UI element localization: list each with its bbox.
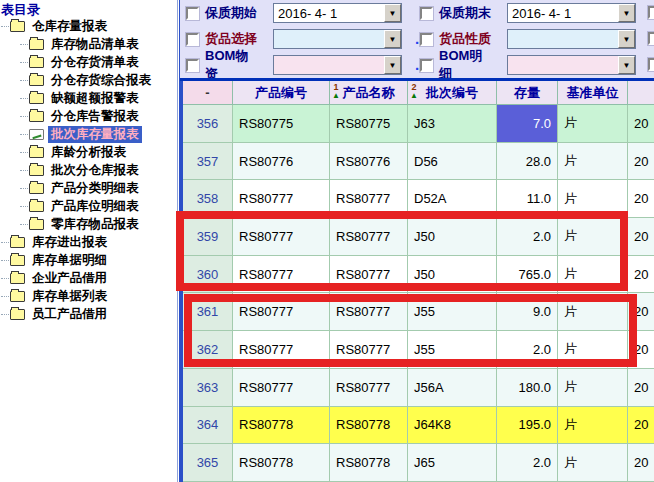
- column-header[interactable]: 2▲ 批次编号: [408, 81, 497, 105]
- prod-date-cell[interactable]: 20: [628, 105, 654, 143]
- app-window: 表目录 仓库存量报表 库存物品清单表 分仓存货清单表: [0, 0, 654, 482]
- column-header[interactable]: ▲ 产品编号: [233, 81, 330, 105]
- product-name-cell[interactable]: RS80775: [330, 105, 408, 143]
- product-name-cell[interactable]: RS80778: [330, 407, 408, 445]
- base-unit-cell[interactable]: 片: [558, 105, 628, 143]
- checkbox[interactable]: [648, 32, 654, 45]
- batch-code-cell[interactable]: J56A: [408, 369, 497, 407]
- prod-date-cell[interactable]: 20: [628, 256, 654, 294]
- dropdown-arrow-icon[interactable]: ▼: [384, 4, 401, 22]
- table-row[interactable]: 356 RS80775 RS80775 J63 7.0 片 20: [183, 105, 654, 143]
- dropdown-arrow-icon[interactable]: ▼: [618, 4, 635, 22]
- batch-code-cell[interactable]: J65: [408, 444, 497, 482]
- table-row[interactable]: 363 RS80777 RS80777 J56A 180.0 片 20: [183, 369, 654, 407]
- tree-connector: [20, 116, 28, 117]
- row-number-cell[interactable]: 356: [183, 105, 233, 143]
- bom-detail-combobox[interactable]: ▼: [507, 55, 636, 75]
- expiry-end-combobox[interactable]: 2016- 4- 1 ▼: [507, 3, 636, 23]
- checkbox[interactable]: [648, 6, 654, 19]
- base-unit-cell[interactable]: 片: [558, 407, 628, 445]
- stock-qty-cell[interactable]: 2.0: [497, 444, 558, 482]
- tree-item[interactable]: 库存单据明细: [0, 251, 177, 269]
- base-unit-cell[interactable]: 片: [558, 143, 628, 181]
- dropdown-arrow-icon[interactable]: ▼: [384, 56, 401, 74]
- table-row[interactable]: 364 RS80778 RS80778 J64K8 195.0 片 20: [183, 407, 654, 445]
- row-number-cell[interactable]: 357: [183, 143, 233, 181]
- prod-date-cell[interactable]: 20: [628, 369, 654, 407]
- tree-item[interactable]: 产品分类明细表: [0, 179, 177, 197]
- filter-label: 货品选择: [205, 30, 258, 48]
- prod-date-cell[interactable]: 20: [628, 143, 654, 181]
- base-unit-cell[interactable]: 片: [558, 444, 628, 482]
- checkbox[interactable]: [186, 59, 199, 72]
- combobox-value: [274, 30, 384, 48]
- checkbox[interactable]: [186, 33, 199, 46]
- prod-date-cell[interactable]: 20: [628, 407, 654, 445]
- tree-item[interactable]: 分仓存货综合报表: [0, 71, 177, 89]
- product-code-cell[interactable]: RS80775: [233, 105, 330, 143]
- tree-item[interactable]: 批次分仓库报表: [0, 161, 177, 179]
- column-header[interactable]: ▲ 生: [628, 81, 654, 105]
- tree-item[interactable]: 库存单据列表: [0, 287, 177, 305]
- tree-item[interactable]: 零库存物品报表: [0, 215, 177, 233]
- goods-select-combobox[interactable]: ▼: [273, 29, 402, 49]
- prod-date-cell[interactable]: 20: [628, 218, 654, 256]
- row-number-cell[interactable]: 363: [183, 369, 233, 407]
- highlight-box-1: [176, 211, 628, 291]
- tree-item[interactable]: 企业产品借用: [0, 269, 177, 287]
- dropdown-arrow-icon[interactable]: ▼: [618, 56, 635, 74]
- checkbox[interactable]: [420, 59, 433, 72]
- tree-item[interactable]: 分仓存货清单表: [0, 53, 177, 71]
- product-code-cell[interactable]: RS80778: [233, 407, 330, 445]
- dropdown-arrow-icon[interactable]: ▼: [618, 30, 635, 48]
- stock-qty-cell[interactable]: 28.0: [497, 143, 558, 181]
- stock-qty-cell[interactable]: 180.0: [497, 369, 558, 407]
- tree-item[interactable]: 批次库存量报表: [0, 125, 177, 143]
- base-unit-cell[interactable]: 片: [558, 369, 628, 407]
- goods-nature-combobox[interactable]: ▼: [507, 29, 636, 49]
- tree-item[interactable]: 仓库存量报表: [0, 17, 177, 35]
- checkbox[interactable]: [648, 58, 654, 71]
- product-name-cell[interactable]: RS80777: [330, 369, 408, 407]
- bom-material-combobox[interactable]: ▼: [273, 55, 402, 75]
- tree-item-label: 库存物品清单表: [48, 36, 142, 53]
- product-name-cell[interactable]: RS80778: [330, 444, 408, 482]
- tree-item[interactable]: 库存进出报表: [0, 233, 177, 251]
- product-code-cell[interactable]: RS80778: [233, 444, 330, 482]
- tree-item-label: 产品库位明细表: [48, 198, 142, 215]
- checkbox[interactable]: [420, 33, 433, 46]
- stock-qty-cell[interactable]: 7.0: [497, 105, 558, 143]
- stock-qty-cell[interactable]: 195.0: [497, 407, 558, 445]
- row-number-cell[interactable]: 365: [183, 444, 233, 482]
- batch-code-cell[interactable]: J64K8: [408, 407, 497, 445]
- column-header[interactable]: 1▲ 产品名称: [330, 81, 408, 105]
- expiry-start-combobox[interactable]: 2016- 4- 1 ▼: [273, 3, 402, 23]
- checkbox[interactable]: [186, 7, 199, 20]
- sort-asc-icon: ▲: [410, 92, 418, 100]
- dropdown-arrow-icon[interactable]: ▼: [384, 30, 401, 48]
- column-header[interactable]: ▲ -: [183, 81, 233, 105]
- checkbox[interactable]: [420, 7, 433, 20]
- column-header[interactable]: ▲ 存量: [497, 81, 558, 105]
- folder-icon: [29, 39, 44, 50]
- tree-item[interactable]: 员工产品借用: [0, 305, 177, 323]
- table-row[interactable]: 357 RS80776 RS80776 D56 28.0 片 20: [183, 143, 654, 181]
- prod-date-cell[interactable]: 20: [628, 180, 654, 218]
- tree-item[interactable]: 库龄分析报表: [0, 143, 177, 161]
- tree-item[interactable]: 缺额超额报警表: [0, 89, 177, 107]
- tree-item[interactable]: 分仓库告警报表: [0, 107, 177, 125]
- tree-item[interactable]: 产品库位明细表: [0, 197, 177, 215]
- table-row[interactable]: 365 RS80778 RS80778 J65 2.0 片 20: [183, 444, 654, 482]
- batch-code-cell[interactable]: D56: [408, 143, 497, 181]
- tree-item[interactable]: 库存物品清单表: [0, 35, 177, 53]
- row-number-cell[interactable]: 364: [183, 407, 233, 445]
- filter-label: 保质期末: [439, 4, 492, 22]
- filter-label: BOM物资: [205, 47, 258, 78]
- batch-code-cell[interactable]: J63: [408, 105, 497, 143]
- tree-item-label: 库存单据明细: [29, 252, 110, 269]
- product-name-cell[interactable]: RS80776: [330, 143, 408, 181]
- product-code-cell[interactable]: RS80776: [233, 143, 330, 181]
- column-header[interactable]: ▲ 基准单位: [558, 81, 628, 105]
- product-code-cell[interactable]: RS80777: [233, 369, 330, 407]
- prod-date-cell[interactable]: 20: [628, 444, 654, 482]
